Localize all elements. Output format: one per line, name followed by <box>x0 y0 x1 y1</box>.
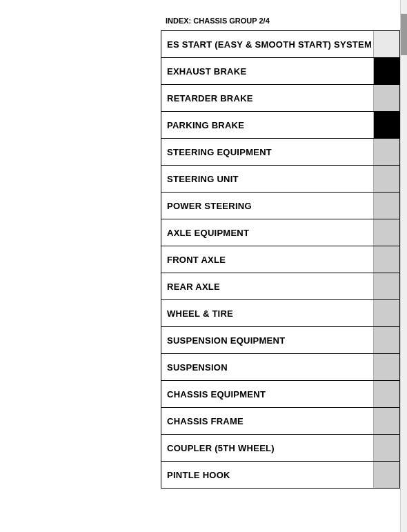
row-label: REAR AXLE <box>161 282 373 292</box>
table-row[interactable]: AXLE EQUIPMENT <box>161 219 400 246</box>
row-label: PARKING BRAKE <box>161 120 373 130</box>
index-header: INDEX: CHASSIS GROUP 2/4 <box>0 14 407 28</box>
row-label: EXHAUST BRAKE <box>161 66 373 77</box>
table-row[interactable]: ES START (EASY & SMOOTH START) SYSTEM <box>161 31 400 58</box>
row-label: PINTLE HOOK <box>161 470 373 480</box>
table-row[interactable]: REAR AXLE <box>161 273 400 300</box>
scrollbar-thumb[interactable] <box>401 14 407 55</box>
row-indicator <box>373 273 399 299</box>
row-indicator <box>373 219 399 246</box>
table-row[interactable]: SUSPENSION <box>161 354 400 381</box>
table-row[interactable]: STEERING EQUIPMENT <box>161 139 400 166</box>
table-row[interactable]: STEERING UNIT <box>161 166 400 193</box>
row-label: STEERING EQUIPMENT <box>161 147 373 157</box>
table-row[interactable]: EXHAUST BRAKE <box>161 58 400 85</box>
row-indicator <box>373 300 399 326</box>
table-container: ES START (EASY & SMOOTH START) SYSTEMEXH… <box>161 30 400 489</box>
row-indicator <box>373 166 399 192</box>
row-indicator <box>373 85 399 111</box>
row-indicator <box>373 31 399 57</box>
table-row[interactable]: WHEEL & TIRE <box>161 300 400 327</box>
row-indicator <box>373 112 399 138</box>
row-indicator <box>373 139 399 165</box>
row-label: WHEEL & TIRE <box>161 308 373 319</box>
table-row[interactable]: COUPLER (5TH WHEEL) <box>161 435 400 462</box>
table-row[interactable]: FRONT AXLE <box>161 246 400 273</box>
page-container: INDEX: CHASSIS GROUP 2/4 ES START (EASY … <box>0 0 407 532</box>
row-label: STEERING UNIT <box>161 174 373 184</box>
row-indicator <box>373 327 399 353</box>
row-indicator <box>373 193 399 219</box>
table-row[interactable]: SUSPENSION EQUIPMENT <box>161 327 400 354</box>
table-row[interactable]: POWER STEERING <box>161 193 400 219</box>
row-indicator <box>373 462 399 488</box>
scrollbar[interactable] <box>400 0 407 532</box>
row-indicator <box>373 354 399 380</box>
table-row[interactable]: CHASSIS EQUIPMENT <box>161 381 400 408</box>
row-label: CHASSIS EQUIPMENT <box>161 389 373 400</box>
row-indicator <box>373 58 399 84</box>
row-indicator <box>373 381 399 407</box>
row-label: FRONT AXLE <box>161 255 373 265</box>
row-indicator <box>373 408 399 434</box>
row-label: ES START (EASY & SMOOTH START) SYSTEM <box>161 39 373 50</box>
table-row[interactable]: PARKING BRAKE <box>161 112 400 139</box>
row-label: AXLE EQUIPMENT <box>161 228 373 238</box>
row-label: SUSPENSION EQUIPMENT <box>161 335 373 346</box>
row-label: COUPLER (5TH WHEEL) <box>161 443 373 453</box>
row-label: CHASSIS FRAME <box>161 416 373 426</box>
row-label: RETARDER BRAKE <box>161 93 373 104</box>
row-indicator <box>373 435 399 461</box>
table-row[interactable]: RETARDER BRAKE <box>161 85 400 112</box>
row-indicator <box>373 246 399 273</box>
table-row[interactable]: PINTLE HOOK <box>161 462 400 489</box>
row-label: SUSPENSION <box>161 362 373 373</box>
row-label: POWER STEERING <box>161 201 373 211</box>
table-row[interactable]: CHASSIS FRAME <box>161 408 400 435</box>
